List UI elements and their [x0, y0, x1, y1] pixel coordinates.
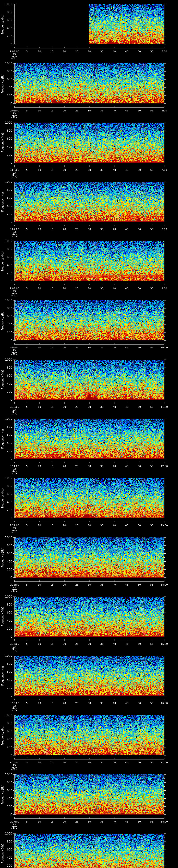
y-tick-label: 800	[7, 781, 12, 784]
y-axis-title: Frequency (Hz)	[1, 311, 4, 330]
y-axis-title: Frequency (Hz)	[1, 844, 4, 864]
panel-axes: 02004006008001000Frequency (Hz)9:05:0051…	[0, 59, 178, 119]
time-tick-label: 35	[100, 168, 103, 172]
time-tick-label: 15	[51, 406, 54, 408]
time-tick-label: 30	[88, 50, 91, 53]
y-tick-label: 800	[7, 129, 12, 132]
y-tick-label: 1000	[5, 773, 12, 776]
y-tick-label: 600	[7, 19, 12, 22]
y-tick-label: 600	[7, 78, 12, 81]
time-tick-label: 15	[51, 168, 54, 172]
time-tick-label: 20	[63, 228, 66, 230]
time-tick-label: 55	[150, 643, 153, 645]
time-tick-label: 45	[125, 287, 128, 290]
time-tick-label: 25	[75, 583, 79, 586]
y-tick-label: 200	[7, 568, 12, 571]
spectrogram-panel-91800: 02004006008001000Frequency (Hz)9:18:0051…	[0, 830, 178, 868]
panel-end-time-label: 17:00	[161, 761, 168, 764]
y-tick-label: 800	[7, 484, 12, 488]
time-tick-label: 20	[63, 761, 66, 764]
y-tick-label: 0	[10, 161, 12, 164]
time-tick-label: 10	[38, 583, 41, 586]
y-tick-label: 800	[7, 366, 12, 369]
time-tick-label: 45	[125, 50, 128, 53]
y-tick-label: 0	[10, 102, 12, 105]
y-tick-label: 0	[10, 398, 12, 401]
y-tick-label: 0	[10, 220, 12, 224]
time-tick-label: 15	[51, 287, 54, 290]
time-tick-label: 10	[38, 287, 41, 290]
panel-end-time-label: 13:00	[161, 524, 168, 527]
spectrogram-panel-90500: 02004006008001000Frequency (Hz)9:05:0051…	[0, 59, 178, 119]
time-tick-label: 25	[75, 465, 79, 467]
time-tick-label: 55	[150, 346, 153, 349]
y-tick-label: 600	[7, 492, 12, 496]
time-tick-label: 40	[113, 287, 116, 290]
y-tick-label: 600	[7, 670, 12, 673]
y-tick-label: 400	[7, 560, 12, 563]
time-tick-label: 55	[150, 287, 153, 290]
spectrogram-panel-91200: 02004006008001000Frequency (Hz)9:12:0051…	[0, 474, 178, 533]
time-tick-label: 30	[88, 287, 91, 290]
time-tick-label: 35	[100, 820, 103, 823]
time-tick-label: 55	[150, 583, 153, 586]
y-tick-label: 600	[7, 433, 12, 436]
panel-axes: 02004006008001000Frequency (Hz)9:13:0051…	[0, 533, 178, 593]
y-tick-label: 1000	[5, 239, 12, 243]
panel-start-time-label: 9:05:00	[10, 109, 19, 112]
y-tick-label: 400	[7, 382, 12, 385]
time-tick-label: 10	[38, 761, 41, 764]
y-tick-label: 1000	[5, 180, 12, 184]
time-tick-label: 55	[150, 820, 153, 823]
time-tick-label: 45	[125, 109, 128, 112]
time-tick-label: 50	[138, 50, 141, 53]
time-tick-label: 20	[63, 465, 66, 467]
time-tick-label: 55	[150, 168, 153, 172]
time-tick-label: 55	[150, 406, 153, 408]
spectrogram-panel-91600: 02004006008001000Frequency (Hz)9:16:0051…	[0, 711, 178, 770]
time-tick-label: 40	[113, 643, 116, 645]
time-tick-label: 25	[75, 761, 79, 764]
y-tick-label: 1000	[5, 121, 12, 124]
time-tick-label: 50	[138, 820, 141, 823]
y-tick-label: 200	[7, 686, 12, 689]
time-tick-label: 50	[138, 702, 141, 705]
time-tick-label: 30	[88, 346, 91, 349]
time-tick-label: 5	[26, 761, 28, 764]
y-axis-title: Frequency (Hz)	[1, 607, 4, 626]
y-axis-title: Frequency (Hz)	[1, 370, 4, 390]
y-tick-label: 0	[10, 279, 12, 283]
time-tick-label: 5	[26, 346, 28, 349]
time-tick-label: 55	[150, 761, 153, 764]
panel-end-time-label: 18:00	[161, 820, 168, 823]
y-axis-title: Frequency (Hz)	[1, 785, 4, 804]
time-tick-label: 20	[63, 702, 66, 705]
time-tick-label: 10	[38, 406, 41, 408]
y-tick-label: 400	[7, 441, 12, 444]
time-tick-label: 20	[63, 346, 66, 349]
time-tick-label: 55	[150, 465, 153, 467]
time-tick-label: 50	[138, 228, 141, 230]
panel-start-time-label: 9:12:00	[10, 524, 19, 527]
y-tick-label: 0	[10, 517, 12, 520]
time-tick-label: 25	[75, 524, 79, 527]
y-tick-label: 0	[10, 694, 12, 698]
y-tick-label: 200	[7, 390, 12, 393]
time-tick-label: 20	[63, 168, 66, 172]
spectrogram-panel-90900: 02004006008001000Frequency (Hz)9:09:0051…	[0, 296, 178, 355]
panel-end-time-label: 11:00	[161, 406, 168, 408]
panel-end-time-label: 14:00	[161, 583, 168, 586]
time-tick-label: 55	[150, 228, 153, 230]
time-tick-label: 25	[75, 346, 79, 349]
time-tick-label: 50	[138, 643, 141, 645]
time-tick-label: 25	[75, 643, 79, 645]
y-tick-label: 1000	[5, 358, 12, 361]
time-tick-label: 30	[88, 109, 91, 112]
time-tick-label: 40	[113, 346, 116, 349]
time-tick-label: 5	[26, 168, 28, 172]
y-tick-label: 400	[7, 678, 12, 682]
y-tick-label: 400	[7, 856, 12, 859]
panel-start-time-label: 9:10:00	[10, 406, 19, 408]
time-tick-label: 25	[75, 228, 79, 230]
time-tick-label: 50	[138, 406, 141, 408]
